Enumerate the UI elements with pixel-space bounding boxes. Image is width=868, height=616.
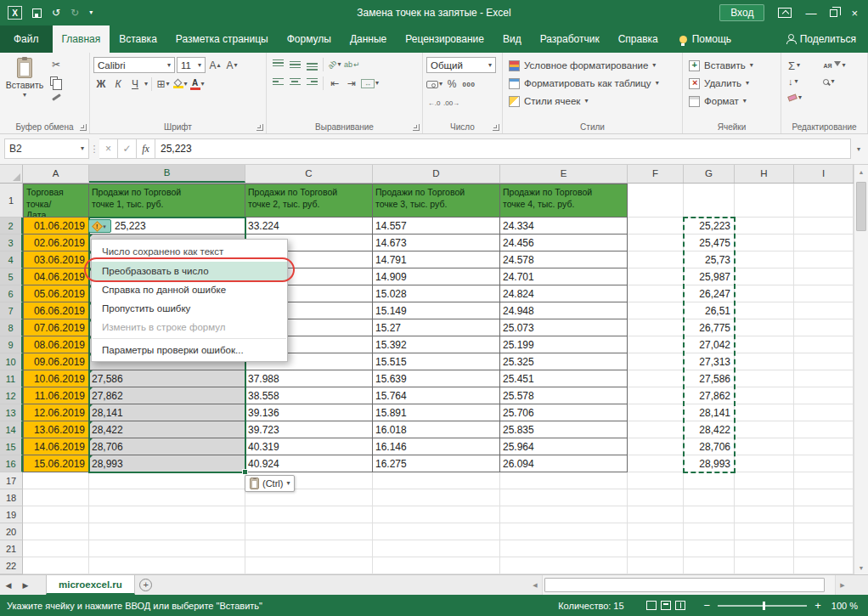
- row-header-14[interactable]: 14: [0, 421, 23, 438]
- cell-F9[interactable]: [628, 336, 684, 353]
- menu-item[interactable]: Параметры проверки ошибок...: [92, 341, 287, 359]
- cell-G13[interactable]: 28,141: [684, 404, 735, 421]
- tab-Главная[interactable]: Главная: [53, 25, 110, 53]
- cell-E9[interactable]: 25.199: [500, 336, 628, 353]
- cell-D7[interactable]: 15.149: [373, 302, 500, 319]
- cell-A4[interactable]: 03.06.2019: [23, 251, 89, 268]
- cell-I19[interactable]: [794, 506, 854, 523]
- menu-item[interactable]: Преобразовать в число: [92, 262, 287, 280]
- cell-I11[interactable]: [794, 370, 854, 387]
- formula-input[interactable]: 25,223: [155, 138, 851, 159]
- cell-I8[interactable]: [794, 319, 854, 336]
- cell-B15[interactable]: 28,706: [89, 438, 245, 455]
- cell-I18[interactable]: [794, 489, 854, 506]
- insert-function-button[interactable]: fx: [137, 138, 155, 159]
- row-header-13[interactable]: 13: [0, 404, 23, 421]
- cell-G22[interactable]: [684, 557, 735, 574]
- normal-view-icon[interactable]: [646, 601, 657, 610]
- page-layout-view-icon[interactable]: [661, 601, 671, 610]
- merge-center-button[interactable]: ↔▾: [361, 76, 379, 91]
- row-header-10[interactable]: 10: [0, 353, 23, 370]
- cell-D20[interactable]: [373, 523, 500, 540]
- cell-C16[interactable]: 40.924: [245, 455, 373, 472]
- cell-H8[interactable]: [735, 319, 794, 336]
- cell-A14[interactable]: 13.06.2019: [23, 421, 89, 438]
- delete-cells-button[interactable]: Удалить▾: [686, 76, 777, 91]
- align-left-button[interactable]: [270, 76, 285, 91]
- cell-B18[interactable]: [89, 489, 245, 506]
- cell-B21[interactable]: [89, 540, 245, 557]
- column-header-E[interactable]: E: [500, 165, 628, 183]
- increase-indent-button[interactable]: ⇥: [344, 76, 359, 91]
- cell-I9[interactable]: [794, 336, 854, 353]
- cell-C14[interactable]: 39.723: [245, 421, 373, 438]
- cell-G20[interactable]: [684, 523, 735, 540]
- cell-G21[interactable]: [684, 540, 735, 557]
- cell-F22[interactable]: [628, 557, 684, 574]
- cell-D4[interactable]: 14.791: [373, 251, 500, 268]
- cut-button[interactable]: ✂: [48, 57, 64, 72]
- cell-D10[interactable]: 15.515: [373, 353, 500, 370]
- column-header-G[interactable]: G: [684, 165, 735, 183]
- save-icon[interactable]: [32, 8, 42, 18]
- cell-G14[interactable]: 28,422: [684, 421, 735, 438]
- cell-B17[interactable]: [89, 472, 245, 489]
- redo-icon[interactable]: ↻: [70, 8, 79, 18]
- vertical-scroll-thumb[interactable]: [856, 182, 866, 231]
- cell-A10[interactable]: 09.06.2019: [23, 353, 89, 370]
- comma-format-button[interactable]: 000: [461, 76, 476, 92]
- cell-G12[interactable]: 27,862: [684, 387, 735, 404]
- wrap-text-button[interactable]: ab↵: [344, 57, 360, 72]
- cell-C12[interactable]: 38.558: [245, 387, 373, 404]
- cell-F13[interactable]: [628, 404, 684, 421]
- cell-H5[interactable]: [735, 268, 794, 285]
- cell-D17[interactable]: [373, 472, 500, 489]
- cell-H3[interactable]: [735, 235, 794, 251]
- cell-D1[interactable]: Продажи по Торговой точке 3, тыс. руб.: [373, 184, 500, 218]
- cell-D3[interactable]: 14.673: [373, 235, 500, 251]
- cell-I17[interactable]: [794, 472, 854, 489]
- tab-Данные[interactable]: Данные: [341, 25, 396, 53]
- cell-A3[interactable]: 02.06.2019: [23, 235, 89, 251]
- horizontal-scrollbar[interactable]: ◀ ▶: [528, 575, 849, 595]
- cell-H18[interactable]: [735, 489, 794, 506]
- borders-button[interactable]: ⊞▾: [155, 76, 171, 92]
- zoom-level[interactable]: 100 %: [831, 601, 858, 611]
- cell-F10[interactable]: [628, 353, 684, 370]
- cell-E4[interactable]: 24.578: [500, 251, 628, 268]
- cell-A13[interactable]: 12.06.2019: [23, 404, 89, 421]
- cell-B13[interactable]: 28,141: [89, 404, 245, 421]
- fill-color-button[interactable]: ▾: [172, 76, 188, 92]
- cell-H16[interactable]: [735, 455, 794, 472]
- cell-F1[interactable]: [628, 184, 684, 218]
- currency-format-button[interactable]: ▾: [426, 76, 442, 92]
- row-header-3[interactable]: 3: [0, 235, 23, 251]
- cell-H21[interactable]: [735, 540, 794, 557]
- undo-icon[interactable]: ↺: [52, 8, 60, 18]
- cell-F2[interactable]: [628, 218, 684, 235]
- cell-I10[interactable]: [794, 353, 854, 370]
- horizontal-scroll-thumb[interactable]: [544, 578, 825, 592]
- cell-E19[interactable]: [500, 506, 628, 523]
- cell-B12[interactable]: 27,862: [89, 387, 245, 404]
- cell-A12[interactable]: 11.06.2019: [23, 387, 89, 404]
- row-header-4[interactable]: 4: [0, 251, 23, 268]
- decrease-decimal-button[interactable]: .00→: [443, 95, 459, 110]
- percent-format-button[interactable]: %: [444, 76, 459, 92]
- paste-button[interactable]: Вставить ▾: [3, 55, 46, 105]
- orientation-button[interactable]: ab▾: [327, 57, 342, 72]
- cell-A19[interactable]: [23, 506, 89, 523]
- cell-A6[interactable]: 05.06.2019: [23, 285, 89, 302]
- cell-C18[interactable]: [245, 489, 373, 506]
- cell-A7[interactable]: 06.06.2019: [23, 302, 89, 319]
- cell-G15[interactable]: 28,706: [684, 438, 735, 455]
- cell-D15[interactable]: 16.146: [373, 438, 500, 455]
- cell-I12[interactable]: [794, 387, 854, 404]
- column-header-I[interactable]: I: [794, 165, 854, 183]
- cell-A22[interactable]: [23, 557, 89, 574]
- cell-I22[interactable]: [794, 557, 854, 574]
- dialog-launcher-icon[interactable]: [80, 124, 87, 131]
- cell-H1[interactable]: [735, 184, 794, 218]
- cell-I15[interactable]: [794, 438, 854, 455]
- cell-H17[interactable]: [735, 472, 794, 489]
